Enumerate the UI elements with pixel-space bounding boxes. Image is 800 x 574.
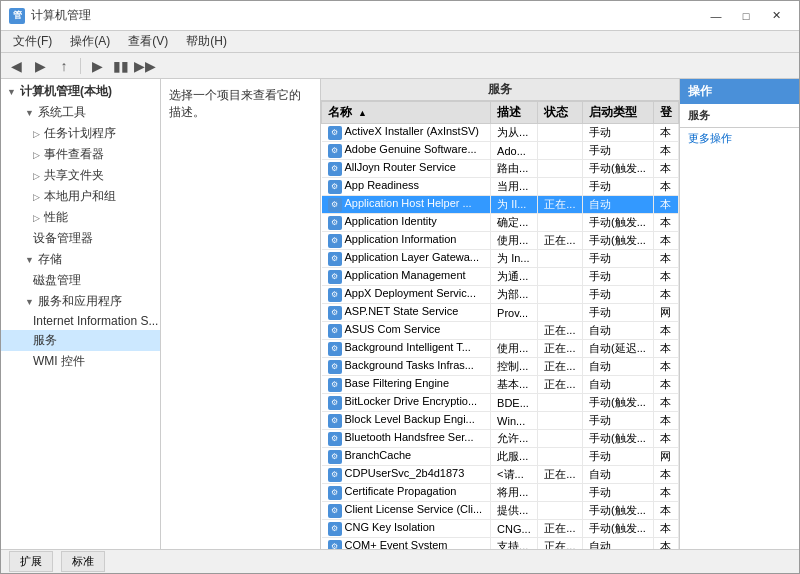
table-row[interactable]: ⚙ASP.NET State ServiceProv...手动网 (322, 304, 679, 322)
menu-help[interactable]: 帮助(H) (178, 31, 235, 52)
cell-status (538, 160, 583, 178)
sidebar-label-device-manager: 设备管理器 (33, 230, 93, 247)
cell-startup: 手动 (582, 304, 653, 322)
table-container[interactable]: 名称 ▲ 描述 状态 启动类型 登 ⚙ActiveX I (321, 101, 679, 549)
cell-startup: 手动 (582, 412, 653, 430)
back-button[interactable]: ◀ (5, 56, 27, 76)
menu-file[interactable]: 文件(F) (5, 31, 60, 52)
sidebar-item-iis[interactable]: Internet Information S... (1, 312, 160, 330)
actions-panel: 操作 服务 更多操作 (679, 79, 799, 549)
next-button[interactable]: ▶▶ (134, 56, 156, 76)
tab-standard[interactable]: 标准 (61, 551, 105, 572)
cell-startup: 手动 (582, 142, 653, 160)
cell-login: 本 (653, 358, 678, 376)
col-name[interactable]: 名称 ▲ (322, 102, 491, 124)
cell-status (538, 214, 583, 232)
col-login[interactable]: 登 (653, 102, 678, 124)
toolbar: ◀ ▶ ↑ ▶ ▮▮ ▶▶ (1, 53, 799, 79)
sidebar-item-task-scheduler[interactable]: ▷ 任务计划程序 (1, 123, 160, 144)
cell-status: 正在... (538, 322, 583, 340)
sidebar-label-local-users: 本地用户和组 (44, 188, 116, 205)
table-row[interactable]: ⚙Background Intelligent T...使用...正在...自动… (322, 340, 679, 358)
sidebar-item-local-users[interactable]: ▷ 本地用户和组 (1, 186, 160, 207)
sidebar-label-system-tools: 系统工具 (38, 104, 86, 121)
cell-startup: 手动 (582, 484, 653, 502)
pause-button[interactable]: ▮▮ (110, 56, 132, 76)
cell-desc: 确定... (491, 214, 538, 232)
sidebar-item-shared-folders[interactable]: ▷ 共享文件夹 (1, 165, 160, 186)
table-row[interactable]: ⚙Background Tasks Infras...控制...正在...自动本 (322, 358, 679, 376)
sidebar-item-device-manager[interactable]: 设备管理器 (1, 228, 160, 249)
cell-desc: Prov... (491, 304, 538, 322)
cell-desc: Win... (491, 412, 538, 430)
cell-startup: 手动 (582, 178, 653, 196)
sidebar-root[interactable]: ▼ 计算机管理(本地) (1, 81, 160, 102)
cell-desc: 为 II... (491, 196, 538, 214)
menu-view[interactable]: 查看(V) (120, 31, 176, 52)
cell-login: 网 (653, 304, 678, 322)
table-row[interactable]: ⚙CNG Key IsolationCNG...正在...手动(触发...本 (322, 520, 679, 538)
maximize-button[interactable]: □ (731, 6, 761, 26)
table-row[interactable]: ⚙Base Filtering Engine基本...正在...自动本 (322, 376, 679, 394)
cell-desc: <请... (491, 466, 538, 484)
table-row[interactable]: ⚙Certificate Propagation将用...手动本 (322, 484, 679, 502)
sidebar-item-services-apps[interactable]: ▼ 服务和应用程序 (1, 291, 160, 312)
table-row[interactable]: ⚙COM+ Event System支持...正在...自动本 (322, 538, 679, 550)
table-row[interactable]: ⚙App Readiness当用...手动本 (322, 178, 679, 196)
table-row[interactable]: ⚙Client License Service (Cli...提供...手动(触… (322, 502, 679, 520)
forward-button[interactable]: ▶ (29, 56, 51, 76)
up-button[interactable]: ↑ (53, 56, 75, 76)
cell-startup: 手动(触发... (582, 160, 653, 178)
services-table-area: 服务 名称 ▲ 描述 状态 (321, 79, 679, 549)
table-row[interactable]: ⚙Application Layer Gatewa...为 In...手动本 (322, 250, 679, 268)
table-row[interactable]: ⚙Bluetooth Handsfree Ser...允许...手动(触发...… (322, 430, 679, 448)
actions-more[interactable]: 更多操作 (680, 128, 799, 149)
system-tools-expand: ▼ (25, 108, 34, 118)
cell-login: 本 (653, 196, 678, 214)
close-button[interactable]: ✕ (761, 6, 791, 26)
cell-status (538, 412, 583, 430)
sidebar-item-system-tools[interactable]: ▼ 系统工具 (1, 102, 160, 123)
col-status[interactable]: 状态 (538, 102, 583, 124)
cell-desc (491, 322, 538, 340)
storage-expand: ▼ (25, 255, 34, 265)
table-row[interactable]: ⚙Application Information使用...正在...手动(触发.… (322, 232, 679, 250)
sidebar-item-performance[interactable]: ▷ 性能 (1, 207, 160, 228)
cell-login: 本 (653, 538, 678, 550)
table-row[interactable]: ⚙Application Identity确定...手动(触发...本 (322, 214, 679, 232)
cell-desc: Ado... (491, 142, 538, 160)
actions-sub-header: 服务 (680, 104, 799, 128)
table-row[interactable]: ⚙Application Host Helper ...为 II...正在...… (322, 196, 679, 214)
table-row[interactable]: ⚙AppX Deployment Servic...为部...手动本 (322, 286, 679, 304)
table-row[interactable]: ⚙CDPUserSvc_2b4d1873<请...正在...自动本 (322, 466, 679, 484)
cell-name: ⚙Application Management (322, 268, 491, 286)
table-row[interactable]: ⚙Block Level Backup Engi...Win...手动本 (322, 412, 679, 430)
table-row[interactable]: ⚙BitLocker Drive Encryptio...BDE...手动(触发… (322, 394, 679, 412)
table-row[interactable]: ⚙Adobe Genuine Software...Ado...手动本 (322, 142, 679, 160)
table-row[interactable]: ⚙Application Management为通...手动本 (322, 268, 679, 286)
cell-name: ⚙Background Tasks Infras... (322, 358, 491, 376)
cell-name: ⚙Application Host Helper ... (322, 196, 491, 214)
sidebar-item-storage[interactable]: ▼ 存储 (1, 249, 160, 270)
table-row[interactable]: ⚙ASUS Com Service正在...自动本 (322, 322, 679, 340)
event-viewer-expand: ▷ (33, 150, 40, 160)
sidebar-item-disk-mgmt[interactable]: 磁盘管理 (1, 270, 160, 291)
sidebar-item-wmi[interactable]: WMI 控件 (1, 351, 160, 372)
table-row[interactable]: ⚙AllJoyn Router Service路由...手动(触发...本 (322, 160, 679, 178)
cell-login: 本 (653, 376, 678, 394)
sidebar-item-event-viewer[interactable]: ▷ 事件查看器 (1, 144, 160, 165)
table-row[interactable]: ⚙BranchCache此服...手动网 (322, 448, 679, 466)
show-hide-button[interactable]: ▶ (86, 56, 108, 76)
local-users-expand: ▷ (33, 192, 40, 202)
table-row[interactable]: ⚙ActiveX Installer (AxInstSV)为从...手动本 (322, 124, 679, 142)
menu-bar: 文件(F) 操作(A) 查看(V) 帮助(H) (1, 31, 799, 53)
minimize-button[interactable]: — (701, 6, 731, 26)
cell-desc: BDE... (491, 394, 538, 412)
col-startup[interactable]: 启动类型 (582, 102, 653, 124)
cell-status (538, 448, 583, 466)
tab-expand[interactable]: 扩展 (9, 551, 53, 572)
menu-action[interactable]: 操作(A) (62, 31, 118, 52)
col-desc[interactable]: 描述 (491, 102, 538, 124)
sidebar-item-services[interactable]: 服务 (1, 330, 160, 351)
cell-status: 正在... (538, 232, 583, 250)
